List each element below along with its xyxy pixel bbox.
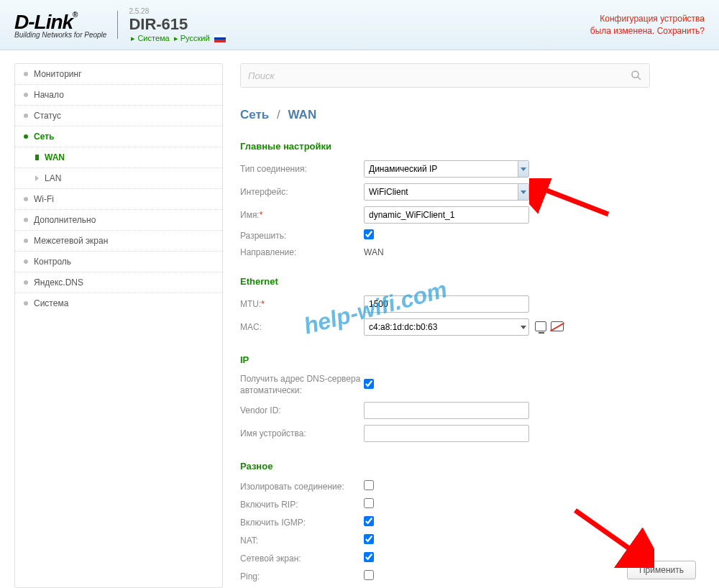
devname-label: Имя устройства:: [240, 428, 364, 438]
dropdown-arrow-icon: [518, 184, 528, 200]
igmp-checkbox[interactable]: [364, 516, 374, 526]
breadcrumb: Сеть / WAN: [240, 108, 705, 122]
igmp-label: Включить IGMP:: [240, 518, 364, 528]
sidebar-item-wifi[interactable]: Wi-Fi: [15, 189, 222, 210]
isolate-label: Изолировать соединение:: [240, 482, 364, 492]
sidebar-item-firewall[interactable]: Межсетевой экран: [15, 231, 222, 252]
vendor-label: Vendor ID:: [240, 405, 364, 415]
sidebar-item-wan[interactable]: WAN: [15, 147, 222, 168]
sidebar-item-monitoring[interactable]: Мониторинг: [15, 64, 222, 85]
dns-auto-label: Получить адрес DNS-сервера автоматически…: [240, 374, 364, 396]
config-changed-notice[interactable]: Конфигурация устройствабыла изменена. Со…: [590, 13, 705, 37]
vendor-input[interactable]: [364, 402, 529, 419]
firmware-version: 2.5.28: [129, 7, 225, 15]
iface-label: Интерфейс:: [240, 187, 364, 197]
svg-line-1: [638, 77, 641, 80]
direction-label: Направление:: [240, 247, 364, 257]
dropdown-arrow-icon: [518, 161, 528, 177]
direction-value: WAN: [364, 247, 384, 257]
name-label: Имя:*: [240, 210, 364, 220]
allow-label: Разрешить:: [240, 231, 364, 241]
section-misc: Разное: [240, 461, 705, 472]
iface-select[interactable]: WiFiClient: [364, 183, 529, 201]
mtu-input[interactable]: [364, 295, 529, 313]
dropdown-arrow-icon: [518, 319, 528, 335]
search-icon: [631, 70, 642, 81]
section-ip: IP: [240, 354, 705, 365]
ping-label: Ping:: [240, 571, 364, 582]
sidebar-item-advanced[interactable]: Дополнительно: [15, 210, 222, 231]
rip-checkbox[interactable]: [364, 498, 374, 508]
mtu-label: MTU:*: [240, 299, 364, 309]
brand-tagline: Building Networks for People: [14, 31, 106, 39]
dns-auto-checkbox[interactable]: [364, 379, 374, 389]
isolate-checkbox[interactable]: [364, 480, 374, 490]
main-panel: Поиск 1 Сеть / WAN Главные настройки Тип…: [223, 63, 705, 588]
firewall-checkbox[interactable]: [364, 552, 374, 562]
sidebar-item-network[interactable]: Сеть: [15, 127, 222, 147]
sidebar-item-control[interactable]: Контроль: [15, 252, 222, 272]
model-name: DIR-615: [129, 15, 225, 34]
ping-checkbox[interactable]: [364, 570, 374, 580]
sidebar-item-lan[interactable]: LAN: [15, 168, 222, 189]
crumb-system[interactable]: Система: [137, 34, 169, 42]
sidebar: Мониторинг Начало Статус Сеть WAN LAN Wi…: [14, 63, 223, 588]
logo-block: D-Link® Building Networks for People: [14, 11, 118, 39]
breadcrumb-wan: WAN: [288, 108, 317, 121]
mac-label: MAC:: [240, 322, 364, 332]
section-ethernet: Ethernet: [240, 276, 705, 287]
nat-label: NAT:: [240, 536, 364, 546]
breadcrumb-network[interactable]: Сеть: [240, 108, 269, 121]
sidebar-item-yandexdns[interactable]: Яндекс.DNS: [15, 272, 222, 293]
clone-mac-icon[interactable]: [535, 321, 546, 331]
firewall-label: Сетевой экран:: [240, 553, 364, 564]
devname-input[interactable]: [364, 425, 529, 442]
header: D-Link® Building Networks for People 2.5…: [0, 0, 719, 50]
rip-label: Включить RIP:: [240, 500, 364, 510]
sidebar-item-system[interactable]: Система: [15, 293, 222, 313]
sidebar-item-status[interactable]: Статус: [15, 106, 222, 127]
section-main-settings: Главные настройки: [240, 141, 705, 152]
conn-type-select[interactable]: Динамический IP: [364, 160, 529, 178]
flag-ru-icon: [214, 35, 226, 42]
model-block: 2.5.28 DIR-615 ▸Система ▸Русский: [118, 7, 225, 43]
svg-point-0: [632, 71, 638, 78]
crumb-lang[interactable]: Русский: [180, 34, 210, 42]
mac-select[interactable]: c4:a8:1d:dc:b0:63: [364, 318, 529, 336]
clear-mac-icon[interactable]: [551, 321, 564, 333]
header-crumb[interactable]: ▸Система ▸Русский: [129, 34, 225, 43]
name-input[interactable]: [364, 206, 529, 224]
sidebar-item-start[interactable]: Начало: [15, 85, 222, 106]
conn-type-label: Тип соединения:: [240, 164, 364, 174]
nat-checkbox[interactable]: [364, 534, 374, 544]
allow-checkbox[interactable]: [364, 229, 374, 239]
search-input[interactable]: Поиск: [240, 63, 650, 88]
apply-button[interactable]: Применить: [627, 561, 696, 579]
